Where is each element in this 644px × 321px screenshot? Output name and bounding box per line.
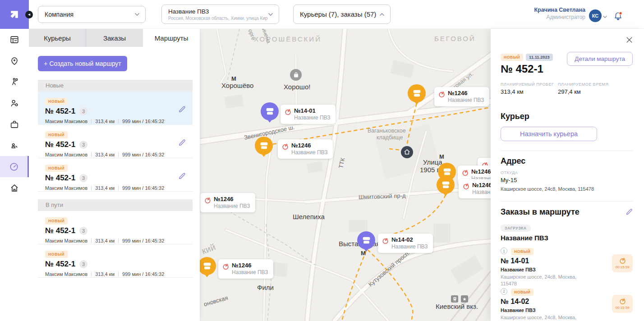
sidebar-item-home[interactable]	[0, 177, 29, 198]
map-point-label[interactable]: №1246Название ПВЗ	[459, 179, 491, 198]
user-role: Администратор	[534, 14, 585, 21]
route-card[interactable]: НОВЫЙ№ 452-13Максим Максимов313,4 км999 …	[38, 244, 193, 278]
user-menu-chevron[interactable]	[603, 12, 607, 20]
sidebar-collapse-button[interactable]: ◂	[25, 11, 33, 18]
route-order[interactable]: 2НОВЫЙ№ 14-02Название ПВЗКаширское шоссе…	[501, 287, 633, 321]
point-number: №1246	[448, 90, 484, 96]
status-badge: НОВЫЙ	[45, 217, 68, 225]
assign-courier-button[interactable]: Назначить курьера	[501, 127, 597, 141]
map-text-label: Ваганьковское	[368, 128, 406, 134]
parcel-box-icon	[259, 142, 269, 150]
notifications-bell-icon[interactable]	[613, 11, 623, 23]
chevron-down-icon	[603, 15, 607, 18]
route-order[interactable]: 1НОВЫЙ№ 14-01Название ПВЗКаширское шоссе…	[501, 247, 633, 287]
point-number: №1246	[472, 182, 491, 188]
point-pvz-name: Название ПВЗ	[448, 97, 484, 103]
map-marker-order-14-01[interactable]	[261, 102, 279, 120]
order-timer-value: 00:15:59	[615, 265, 629, 269]
couriers-orders-select[interactable]: Курьеры (7), заказы (57)	[293, 5, 391, 24]
map-text-label: Шелепиха	[293, 213, 325, 220]
map-poi-shop-icon[interactable]	[290, 69, 302, 81]
edit-orders-button[interactable]	[626, 208, 633, 217]
avatar[interactable]: КС	[589, 9, 602, 22]
map-marker-pvz-1246[interactable]	[408, 84, 426, 102]
route-card[interactable]: НОВЫЙ№ 452-13Максим Максимов313,4 км999 …	[38, 211, 193, 244]
route-card[interactable]: НОВЫЙ№ 452-13Максим Максимов313,4 км999 …	[38, 125, 193, 158]
app-logo[interactable]	[0, 0, 29, 29]
map-point-label[interactable]: №1246Название ПВЗ	[200, 193, 255, 212]
point-pvz-name: Название ПВЗ	[232, 269, 268, 275]
timer-icon	[462, 170, 469, 176]
home-icon	[9, 183, 19, 193]
route-details-button[interactable]: Детали маршрута	[567, 52, 633, 66]
map-landmark-icon[interactable]: ★	[461, 295, 468, 303]
company-select[interactable]: Компания	[38, 6, 146, 23]
map-point-label[interactable]: №1246Название ПВЗ	[218, 259, 273, 279]
order-number: № 14-01	[501, 257, 606, 265]
sidebar-item-couriers[interactable]	[0, 71, 29, 92]
route-card[interactable]: НОВЫЙ№ 452-13Максим Максимов313,4 км999 …	[38, 158, 193, 192]
star-icon: ★	[463, 297, 467, 302]
logo-arrow-icon	[7, 7, 22, 22]
route-number: № 452-1	[45, 140, 75, 149]
sidebar-item-locations[interactable]	[0, 50, 29, 71]
map-text-label: Хорошёво	[221, 82, 253, 89]
map-text-label: М	[231, 75, 236, 82]
user-info: Крачина Светлана Администратор	[534, 7, 585, 21]
timer-icon	[222, 263, 229, 270]
edit-route-button[interactable]	[176, 138, 187, 148]
map-point-label[interactable]: №14-01Название ПВЗ	[281, 105, 336, 124]
close-icon[interactable]	[626, 37, 633, 45]
point-pvz-name: Название ПВЗ	[472, 189, 491, 195]
courier-name: Максим Максимов	[45, 185, 87, 191]
point-number: №1246	[214, 196, 250, 202]
map-train-station-icon[interactable]	[451, 295, 458, 303]
home-icon	[404, 149, 410, 155]
orders-list-icon	[9, 35, 19, 45]
map-point-label[interactable]: №1246Название ПВЗ	[434, 87, 489, 106]
status-badge: НОВЫЙ	[45, 165, 68, 172]
timer-icon	[204, 197, 211, 204]
map-marker-depot[interactable]	[401, 146, 413, 158]
status-badge: НОВЫЙ	[511, 289, 534, 296]
edit-route-button[interactable]	[176, 171, 187, 182]
sidebar-item-company[interactable]	[0, 114, 29, 135]
sidebar-item-managers[interactable]	[0, 92, 29, 114]
create-route-button[interactable]: + Создать новый маршрут	[38, 56, 127, 71]
pvz-select[interactable]: Название ПВЗ Россия, Московская область,…	[161, 5, 279, 24]
sidebar-item-orders[interactable]	[0, 29, 29, 50]
sidebar-item-clients[interactable]	[0, 135, 29, 156]
order-count-badge: 3	[79, 107, 87, 115]
map-marker-order-14-02[interactable]	[357, 231, 375, 249]
sidebar-item-routes-dashboard[interactable]	[0, 156, 29, 177]
map-point-label[interactable]: №14-02Название ПВЗ	[378, 234, 433, 253]
map-canvas[interactable]: ХОРОШЁВСКИЙБЕГОВОЙМХорошёвоХорошо!Бегова…	[200, 29, 491, 321]
route-number: № 452-1	[45, 226, 75, 235]
map-marker-pvz-1246[interactable]	[437, 176, 455, 194]
route-time: 999 мин / 16:45:32	[122, 238, 164, 243]
tab-routes[interactable]: Маршруты	[143, 29, 200, 47]
timer-icon	[463, 183, 469, 190]
timer-icon	[438, 91, 445, 98]
map-text-label: Фили	[257, 284, 274, 291]
edit-route-button[interactable]	[176, 104, 187, 115]
map-text-label: 1905 г.	[420, 166, 440, 174]
route-number: № 452-1	[45, 107, 75, 116]
map-text-label: Киевский вкз.	[436, 303, 478, 310]
route-card[interactable]: НОВЫЙ№ 452-13Максим Максимов313,4 км999 …	[38, 92, 193, 125]
tab-couriers[interactable]: Курьеры	[29, 29, 86, 47]
loading-badge: ЗАГРУЗКА	[501, 225, 531, 232]
address-heading: Адрес	[501, 156, 633, 166]
courier-name: Максим Максимов	[45, 152, 87, 157]
map-marker-pvz-1246[interactable]	[255, 137, 273, 155]
user-settings-icon	[9, 98, 19, 108]
map-point-label[interactable]: №1246Название ПВЗ	[278, 139, 333, 159]
point-pvz-name: Название ПВЗ	[214, 203, 250, 209]
pencil-icon	[626, 208, 633, 215]
order-count-badge: 3	[79, 260, 87, 268]
pencil-icon	[178, 138, 186, 146]
tab-orders[interactable]: Заказы	[86, 29, 143, 47]
chevron-down-icon	[134, 13, 140, 16]
courier-walking-icon	[9, 77, 19, 87]
dashboard-icon	[9, 162, 19, 172]
